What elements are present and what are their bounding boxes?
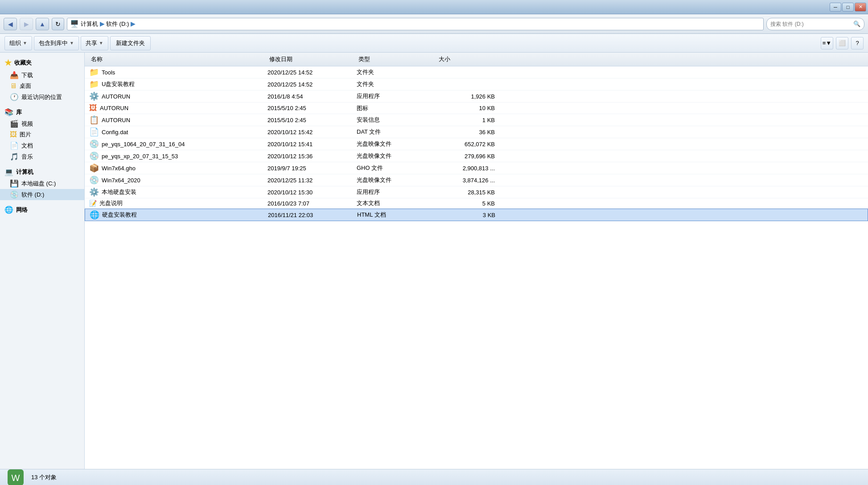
share-button[interactable]: 共享 ▼ xyxy=(81,36,108,50)
file-name-cell: 📋 AUTORUN xyxy=(89,115,267,125)
library-label: 库 xyxy=(16,108,22,116)
breadcrumb-drive[interactable]: 软件 (D:) xyxy=(106,20,129,28)
table-row[interactable]: 📄 Config.dat 2020/10/12 15:42 DAT 文件 36 … xyxy=(85,126,868,138)
sidebar-item-software-d[interactable]: 💿 软件 (D:) xyxy=(0,189,84,200)
share-arrow: ▼ xyxy=(99,41,103,45)
search-bar[interactable]: 🔍 xyxy=(766,18,864,30)
favorites-label: 收藏夹 xyxy=(14,59,32,67)
file-type-icon: 📁 xyxy=(89,67,99,77)
sidebar-item-music[interactable]: 🎵 音乐 xyxy=(0,151,84,162)
table-row[interactable]: 📁 U盘安装教程 2020/12/25 14:52 文件夹 xyxy=(85,78,868,90)
file-type-icon: 🌐 xyxy=(90,210,99,220)
share-label: 共享 xyxy=(86,39,97,47)
sidebar-item-desktop[interactable]: 🖥 桌面 xyxy=(0,81,84,91)
file-name-text: Config.dat xyxy=(102,129,128,136)
file-type-icon: 📋 xyxy=(89,115,99,125)
file-name-text: Win7x64.gho xyxy=(102,165,136,172)
include-library-button[interactable]: 包含到库中 ▼ xyxy=(34,36,79,50)
file-type: 文本文档 xyxy=(357,199,437,207)
file-size: 1,926 KB xyxy=(437,93,504,100)
col-type[interactable]: 类型 xyxy=(357,54,437,64)
help-button[interactable]: ? xyxy=(851,37,864,49)
file-list[interactable]: 名称 修改日期 类型 大小 📁 Tools 2020/12/25 14:52 文… xyxy=(85,53,868,469)
network-label: 网络 xyxy=(16,206,28,214)
table-row[interactable]: 💿 pe_yqs_1064_20_07_31_16_04 2020/10/12 … xyxy=(85,138,868,150)
sidebar-library-header[interactable]: 📚 库 xyxy=(0,106,84,118)
file-type: 应用程序 xyxy=(357,92,437,100)
refresh-button[interactable]: ↻ xyxy=(52,18,64,30)
sidebar-item-videos[interactable]: 🎬 视频 xyxy=(0,118,84,129)
maximize-button[interactable]: □ xyxy=(842,3,854,12)
file-modified: 2016/11/21 22:03 xyxy=(268,212,357,218)
sidebar-network-header[interactable]: 🌐 网络 xyxy=(0,204,84,216)
sidebar-computer-header[interactable]: 💻 计算机 xyxy=(0,166,84,178)
file-type: 安装信息 xyxy=(357,116,437,124)
new-folder-button[interactable]: 新建文件夹 xyxy=(110,36,151,50)
change-view-button[interactable]: ≡▼ xyxy=(821,37,833,49)
sidebar-item-local-c[interactable]: 💾 本地磁盘 (C:) xyxy=(0,178,84,189)
back-button[interactable]: ◀ xyxy=(4,18,17,30)
file-modified: 2020/10/12 15:36 xyxy=(267,153,357,160)
local-c-label: 本地磁盘 (C:) xyxy=(21,180,56,188)
file-size: 1 KB xyxy=(437,117,504,123)
forward-button[interactable]: ▶ xyxy=(20,18,33,30)
sidebar-item-downloads[interactable]: 📥 下载 xyxy=(0,70,84,81)
close-button[interactable]: ✕ xyxy=(855,3,866,12)
table-row[interactable]: 💿 Win7x64_2020 2020/12/25 11:32 光盘映像文件 3… xyxy=(85,174,868,186)
file-size: 10 KB xyxy=(437,105,504,111)
main-layout: ★ 收藏夹 📥 下载 🖥 桌面 🕐 最近访问的位置 📚 库 xyxy=(0,53,868,469)
status-bar: W 13 个对象 xyxy=(0,469,868,485)
file-size: 652,072 KB xyxy=(437,141,504,148)
breadcrumb-sep1: ▶ xyxy=(100,21,104,27)
file-type-icon: 📦 xyxy=(89,163,99,173)
file-name-text: 本地硬盘安装 xyxy=(102,188,136,196)
sidebar-favorites-section: ★ 收藏夹 📥 下载 🖥 桌面 🕐 最近访问的位置 xyxy=(0,56,84,103)
organize-button[interactable]: 组织 ▼ xyxy=(4,36,32,50)
status-app-icon: W xyxy=(7,469,24,485)
col-size[interactable]: 大小 xyxy=(437,54,504,64)
computer-label: 计算机 xyxy=(16,168,33,176)
up-button[interactable]: ▲ xyxy=(36,18,49,30)
music-icon: 🎵 xyxy=(10,152,19,161)
toolbar: 组织 ▼ 包含到库中 ▼ 共享 ▼ 新建文件夹 ≡▼ ⬜ ? xyxy=(0,34,868,53)
sidebar-item-images[interactable]: 🖼 图片 xyxy=(0,129,84,140)
file-name-text: AUTORUN xyxy=(102,117,130,123)
minimize-button[interactable]: ─ xyxy=(830,3,841,12)
preview-pane-button[interactable]: ⬜ xyxy=(836,37,848,49)
docs-icon: 📄 xyxy=(10,141,19,150)
file-name-text: AUTORUN xyxy=(102,93,130,100)
videos-label: 视频 xyxy=(21,120,33,128)
file-name-cell: 📄 Config.dat xyxy=(89,127,267,137)
include-arrow: ▼ xyxy=(70,41,74,45)
file-modified: 2019/9/7 19:25 xyxy=(267,165,357,172)
file-name-text: Tools xyxy=(102,69,115,76)
col-modified[interactable]: 修改日期 xyxy=(267,54,357,64)
sidebar-item-docs[interactable]: 📄 文档 xyxy=(0,140,84,151)
search-input[interactable] xyxy=(770,21,852,27)
file-modified: 2020/10/12 15:42 xyxy=(267,129,357,136)
table-row[interactable]: 📦 Win7x64.gho 2019/9/7 19:25 GHO 文件 2,90… xyxy=(85,162,868,174)
table-row[interactable]: 🖼 AUTORUN 2015/5/10 2:45 图标 10 KB xyxy=(85,103,868,114)
file-name-text: U盘安装教程 xyxy=(102,80,135,88)
file-type: 文件夹 xyxy=(357,80,437,88)
file-type: 文件夹 xyxy=(357,68,437,76)
file-size: 3 KB xyxy=(437,212,504,218)
table-row[interactable]: 💿 pe_yqs_xp_20_07_31_15_53 2020/10/12 15… xyxy=(85,150,868,162)
file-type: 光盘映像文件 xyxy=(357,140,437,148)
table-row[interactable]: 🌐 硬盘安装教程 2016/11/21 22:03 HTML 文档 3 KB xyxy=(85,209,868,221)
table-row[interactable]: 📝 光盘说明 2016/10/23 7:07 文本文档 5 KB xyxy=(85,198,868,209)
table-row[interactable]: ⚙️ 本地硬盘安装 2020/10/12 15:30 应用程序 28,315 K… xyxy=(85,186,868,198)
sidebar-item-recent[interactable]: 🕐 最近访问的位置 xyxy=(0,91,84,103)
breadcrumb[interactable]: 🖥️ 计算机 ▶ 软件 (D:) ▶ xyxy=(67,18,764,30)
table-row[interactable]: ⚙️ AUTORUN 2016/1/8 4:54 应用程序 1,926 KB xyxy=(85,90,868,103)
table-row[interactable]: 📁 Tools 2020/12/25 14:52 文件夹 xyxy=(85,66,868,78)
organize-label: 组织 xyxy=(9,39,21,47)
drive-d-icon: 💿 xyxy=(10,190,19,199)
col-name[interactable]: 名称 xyxy=(89,54,267,64)
sidebar-favorites-header[interactable]: ★ 收藏夹 xyxy=(0,56,84,70)
software-d-label: 软件 (D:) xyxy=(21,191,44,199)
breadcrumb-computer[interactable]: 计算机 xyxy=(81,20,98,28)
file-modified: 2015/5/10 2:45 xyxy=(267,117,357,123)
table-row[interactable]: 📋 AUTORUN 2015/5/10 2:45 安装信息 1 KB xyxy=(85,114,868,126)
file-name-text: pe_yqs_xp_20_07_31_15_53 xyxy=(102,153,178,160)
